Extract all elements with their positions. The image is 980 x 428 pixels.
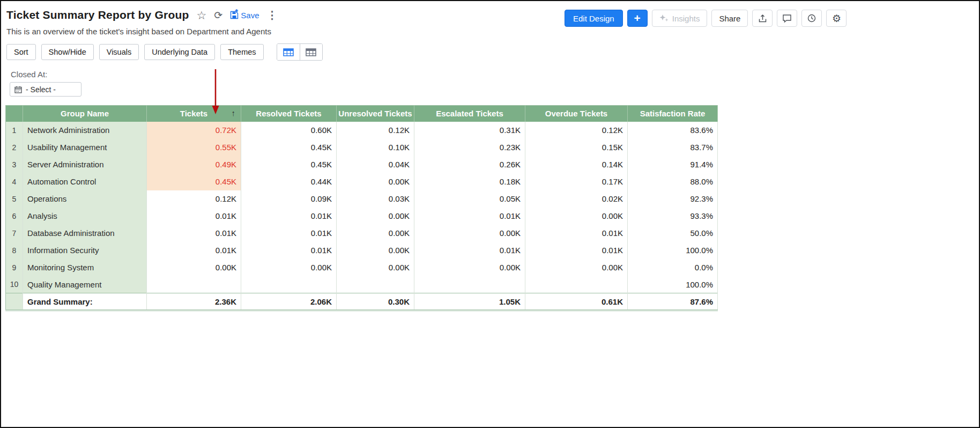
sort-button[interactable]: Sort — [6, 44, 36, 60]
sort-ascending-icon[interactable]: ↑ — [232, 108, 236, 117]
overdue-tickets-cell[interactable]: 0.02K — [525, 190, 628, 208]
overdue-tickets-cell[interactable]: 0.17K — [525, 173, 628, 190]
escalated-tickets-cell[interactable]: 0.00K — [414, 259, 525, 276]
column-header-group-name[interactable]: Group Name — [23, 106, 147, 122]
summary-resolved: 2.06K — [241, 293, 337, 311]
unresolved-tickets-cell[interactable] — [337, 276, 414, 293]
overdue-tickets-cell[interactable]: 0.12K — [525, 122, 628, 139]
tickets-cell[interactable]: 0.55K — [147, 139, 241, 156]
satisfaction-rate-cell[interactable]: 88.0% — [628, 173, 718, 190]
calendar-icon — [14, 86, 22, 93]
column-header-satisfaction[interactable]: Satisfaction Rate — [628, 106, 718, 122]
satisfaction-rate-cell[interactable]: 92.3% — [628, 190, 718, 208]
export-button[interactable] — [752, 10, 773, 27]
alerts-button[interactable] — [801, 10, 822, 27]
settings-button[interactable]: ⚙ — [826, 10, 847, 27]
group-name-cell[interactable]: Server Administration — [23, 156, 147, 173]
favorite-star-icon[interactable]: ☆ — [197, 10, 207, 21]
group-name-cell[interactable]: Database Administration — [23, 225, 147, 242]
column-header-escalated[interactable]: Escalated Tickets — [414, 106, 525, 122]
escalated-tickets-cell[interactable]: 0.26K — [414, 156, 525, 173]
satisfaction-rate-cell[interactable]: 91.4% — [628, 156, 718, 173]
tickets-cell[interactable]: 0.01K — [147, 225, 241, 242]
escalated-tickets-cell[interactable]: 0.31K — [414, 122, 525, 139]
tickets-cell[interactable]: 0.12K — [147, 190, 241, 208]
overdue-tickets-cell[interactable] — [525, 276, 628, 293]
resolved-tickets-cell[interactable] — [241, 276, 337, 293]
escalated-tickets-cell[interactable] — [414, 276, 525, 293]
comments-button[interactable] — [777, 10, 797, 27]
resolved-tickets-cell[interactable]: 0.01K — [241, 225, 337, 242]
refresh-icon[interactable]: ⟳ — [214, 10, 222, 20]
unresolved-tickets-cell[interactable]: 0.03K — [337, 190, 414, 208]
unresolved-tickets-cell[interactable]: 0.00K — [337, 259, 414, 276]
resolved-tickets-cell[interactable]: 0.45K — [241, 139, 337, 156]
unresolved-tickets-cell[interactable]: 0.04K — [337, 156, 414, 173]
insights-button[interactable]: Insights — [652, 10, 708, 27]
resolved-tickets-cell[interactable]: 0.09K — [241, 190, 337, 208]
closed-at-select[interactable]: - Select - — [10, 82, 81, 97]
satisfaction-rate-cell[interactable]: 93.3% — [628, 208, 718, 225]
themes-button[interactable]: Themes — [220, 44, 263, 60]
group-name-cell[interactable]: Information Security — [23, 242, 147, 259]
unresolved-tickets-cell[interactable]: 0.00K — [337, 225, 414, 242]
group-name-cell[interactable]: Network Administration — [23, 122, 147, 139]
group-name-cell[interactable]: Operations — [23, 190, 147, 208]
resolved-tickets-cell[interactable]: 0.00K — [241, 259, 337, 276]
share-button[interactable]: Share — [711, 10, 748, 27]
resolved-tickets-cell[interactable]: 0.01K — [241, 242, 337, 259]
escalated-tickets-cell[interactable]: 0.05K — [414, 190, 525, 208]
satisfaction-rate-cell[interactable]: 0.0% — [628, 259, 718, 276]
satisfaction-rate-cell[interactable]: 83.7% — [628, 139, 718, 156]
unresolved-tickets-cell[interactable]: 0.00K — [337, 242, 414, 259]
column-header-resolved[interactable]: Resolved Tickets — [241, 106, 337, 122]
overdue-tickets-cell[interactable]: 0.01K — [525, 242, 628, 259]
group-name-cell[interactable]: Quality Management — [23, 276, 147, 293]
compact-view-button[interactable] — [300, 44, 322, 60]
tickets-cell[interactable] — [147, 276, 241, 293]
visuals-button[interactable]: Visuals — [99, 44, 139, 60]
satisfaction-rate-cell[interactable]: 100.0% — [628, 242, 718, 259]
unresolved-tickets-cell[interactable]: 0.10K — [337, 139, 414, 156]
column-header-tickets[interactable]: Tickets↑ — [147, 106, 241, 122]
table-view-button-active[interactable] — [277, 44, 300, 60]
show-hide-button[interactable]: Show/Hide — [41, 44, 94, 60]
tickets-cell[interactable]: 0.45K — [147, 173, 241, 190]
escalated-tickets-cell[interactable]: 0.01K — [414, 242, 525, 259]
overdue-tickets-cell[interactable]: 0.00K — [525, 259, 628, 276]
resolved-tickets-cell[interactable]: 0.44K — [241, 173, 337, 190]
overdue-tickets-cell[interactable]: 0.14K — [525, 156, 628, 173]
overdue-tickets-cell[interactable]: 0.15K — [525, 139, 628, 156]
more-options-icon[interactable]: ⋮ — [266, 10, 277, 20]
satisfaction-rate-cell[interactable]: 83.6% — [628, 122, 718, 139]
resolved-tickets-cell[interactable]: 0.01K — [241, 208, 337, 225]
resolved-tickets-cell[interactable]: 0.60K — [241, 122, 337, 139]
overdue-tickets-cell[interactable]: 0.00K — [525, 208, 628, 225]
group-name-cell[interactable]: Monitoring System — [23, 259, 147, 276]
unresolved-tickets-cell[interactable]: 0.00K — [337, 208, 414, 225]
satisfaction-rate-cell[interactable]: 100.0% — [628, 276, 718, 293]
escalated-tickets-cell[interactable]: 0.01K — [414, 208, 525, 225]
group-name-cell[interactable]: Analysis — [23, 208, 147, 225]
escalated-tickets-cell[interactable]: 0.18K — [414, 173, 525, 190]
tickets-cell[interactable]: 0.49K — [147, 156, 241, 173]
resolved-tickets-cell[interactable]: 0.45K — [241, 156, 337, 173]
group-name-cell[interactable]: Automation Control — [23, 173, 147, 190]
escalated-tickets-cell[interactable]: 0.23K — [414, 139, 525, 156]
satisfaction-rate-cell[interactable]: 50.0% — [628, 225, 718, 242]
add-button[interactable]: + — [627, 10, 648, 27]
tickets-cell[interactable]: 0.01K — [147, 208, 241, 225]
column-header-overdue[interactable]: Overdue Tickets — [525, 106, 628, 122]
unresolved-tickets-cell[interactable]: 0.12K — [337, 122, 414, 139]
tickets-cell[interactable]: 0.00K — [147, 259, 241, 276]
tickets-cell[interactable]: 0.72K — [147, 122, 241, 139]
column-header-unresolved[interactable]: Unresolved Tickets — [337, 106, 414, 122]
unresolved-tickets-cell[interactable]: 0.00K — [337, 173, 414, 190]
underlying-data-button[interactable]: Underlying Data — [144, 44, 215, 60]
save-button[interactable]: * Save — [230, 11, 259, 20]
overdue-tickets-cell[interactable]: 0.01K — [525, 225, 628, 242]
escalated-tickets-cell[interactable]: 0.00K — [414, 225, 525, 242]
group-name-cell[interactable]: Usability Management — [23, 139, 147, 156]
edit-design-button[interactable]: Edit Design — [565, 10, 623, 27]
tickets-cell[interactable]: 0.01K — [147, 242, 241, 259]
